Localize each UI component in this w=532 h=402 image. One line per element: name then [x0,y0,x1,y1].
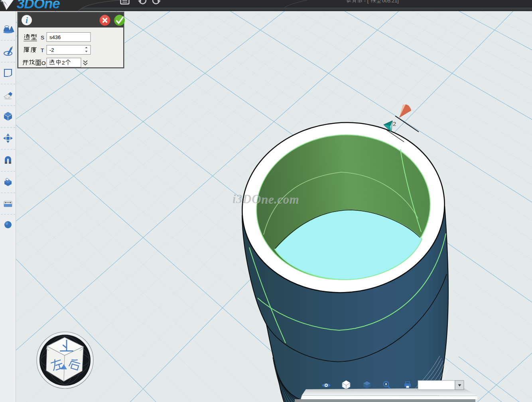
svg-text:- [: - [ [364,0,369,4]
svg-text:3DOne: 3DOne [17,0,60,11]
svg-text:S: S [41,35,44,41]
svg-text:T: T [41,47,44,53]
svg-text:i: i [26,15,28,25]
svg-text:005.21]: 005.21] [382,0,399,4]
svg-text:-2: -2 [49,47,54,53]
svg-text:2: 2 [62,60,65,66]
svg-text:O: O [41,60,46,66]
svg-text:s436: s436 [49,34,61,40]
